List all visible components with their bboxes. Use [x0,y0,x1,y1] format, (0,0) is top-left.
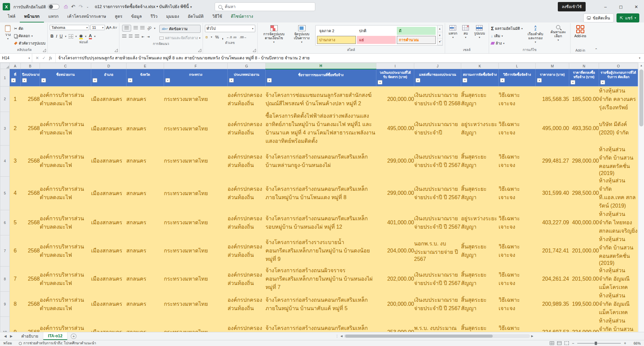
alignment-dialog-launcher-icon[interactable] [198,49,201,52]
cell-I8[interactable]: 202,000.00 [376,266,414,291]
gallery-down-icon[interactable]: ▼ [437,32,442,39]
cell-L3[interactable]: วิธีเฉพาะเจาะจง [499,112,536,145]
cell-H2[interactable]: จ้างโครงการซ่อมแซมถนนลูกรังสายสำนักสงฆ์ป… [266,86,376,112]
format-cells-button[interactable]: รูปแบบ▾ [472,24,486,40]
cell-E2[interactable]: สกลนคร [126,86,164,112]
addins-button[interactable]: Add-ins [573,24,588,39]
sheet-tab-0[interactable]: คำอธิบาย [16,332,43,340]
table-header-J[interactable]: แหล่งที่มาของงบประมาณ▾ [414,69,461,86]
filter-button-E[interactable]: ▾ [128,78,132,82]
cell-F5[interactable]: กระทรวงมหาดไทย [164,176,228,210]
cell-N8[interactable]: 201,500.00 [569,266,599,291]
table-header-L[interactable]: วิธีการจัดซื้อจัดจ้าง▾ [499,69,536,86]
cell-D8[interactable]: เมืองสกลนคร [91,266,126,291]
column-letter-A[interactable]: A [10,63,21,69]
table-header-A[interactable]: ที่▾ [10,69,21,86]
filter-button-B[interactable]: ▾ [22,78,27,82]
cell-I2[interactable]: 200,000.00 [376,86,414,112]
table-header-F[interactable]: กระทรวง▾ [164,69,228,86]
cell-G9[interactable]: องค์กรปกครองส่วนท้องถิ่น [228,291,266,316]
bold-button[interactable]: B [50,34,53,39]
row-number-8[interactable]: 8 [0,266,10,291]
filter-button-L[interactable]: ▾ [500,78,505,82]
cell-E9[interactable]: สกลนคร [126,291,164,316]
sheet-tab-1[interactable]: ITA-o12 [43,332,67,340]
cell-J3[interactable]: เงินงบประมาณรายจ่ายประจำปี [414,112,461,145]
minimize-button[interactable]: – [598,0,613,13]
zoom-out-icon[interactable]: − [572,341,574,346]
cell-J7[interactable]: นอกพ.ร.บ. งบประมาณรายจ่าย ปี 2567 [414,235,461,266]
align-top-icon[interactable] [122,25,131,32]
cell-E5[interactable]: สกลนคร [126,176,164,210]
cell-D10[interactable]: เมืองสกลนคร [91,316,126,332]
accounting-format-icon[interactable]: ¤ [206,35,208,40]
enter-icon[interactable]: ✓ [42,56,46,60]
cell-B9[interactable]: 2568 [21,291,40,316]
cell-L10[interactable]: วิธีเฉพาะเจาะจง [499,316,536,332]
row-number-2[interactable]: 2 [0,86,10,112]
decrease-indent-icon[interactable]: ⇤ [142,35,144,39]
cell-style-3[interactable]: ปานกลาง [317,36,356,44]
font-name-combo[interactable]: Tahoma▾ [50,25,89,30]
cell-G7[interactable]: องค์กรปกครองส่วนท้องถิ่น [228,235,266,266]
cell-L6[interactable]: วิธีเฉพาะเจาะจง [499,210,536,235]
clipboard-dialog-launcher-icon[interactable] [43,49,46,52]
cell-H5[interactable]: จ้างโครงการก่อสร้างถนนคอนกรีตเสริมเหล็กภ… [266,176,376,210]
table-header-O[interactable]: รายชื่อผู้ประกอบการที่ได้รับการ คัดเลือก… [599,69,638,86]
cell-A3[interactable]: 2 [10,112,21,145]
zoom-in-icon[interactable]: + [624,341,626,346]
cell-B5[interactable]: 2568 [21,176,40,210]
clear-button[interactable]: ล้าง▾ [491,40,523,46]
cell-K9[interactable]: สิ้นสุดระยะสัญญา [461,291,499,316]
cell-B10[interactable]: 2568 [21,316,40,332]
collapse-ribbon-icon[interactable]: ⌃ [591,48,601,53]
filter-button-F[interactable]: ▾ [165,78,170,82]
cell-O3[interactable]: บริษัท มีดังค์ (2020) จำกัด [599,112,638,145]
format-painter-button[interactable]: ตัวคัดวางรูปแบบ [14,40,46,46]
cell-O9[interactable]: ห้างหุ้นส่วนจำกัด อัญมณี แม็คโครเทค [599,291,638,316]
insert-function-icon[interactable]: fx [49,56,52,61]
column-letter-I[interactable]: I [376,63,414,69]
scroll-left-icon[interactable]: ◀ [340,335,342,338]
cell-J6[interactable]: เงินงบประมาณรายจ่ายประจำปี ปี 2567 [414,210,461,235]
cell-L8[interactable]: วิธีเฉพาะเจาะจง [499,266,536,291]
cell-F7[interactable]: กระทรวงมหาดไทย [164,235,228,266]
cell-A4[interactable]: 3 [10,145,21,176]
new-sheet-button[interactable]: + [71,334,76,339]
cell-M5[interactable]: 301,599.40 [536,176,569,210]
filter-button-A[interactable]: ▾ [11,78,16,82]
cell-M8[interactable]: 204,261.24 [536,266,569,291]
vertical-scrollbar[interactable]: ▲ [638,63,644,332]
cell-M3[interactable]: 495,000.00 [536,112,569,145]
percent-style-icon[interactable]: % [215,35,219,40]
autosum-button[interactable]: Σผลรวมอัตโนมัติ▾ [491,25,523,32]
cancel-icon[interactable]: ✕ [36,56,39,60]
italic-button[interactable]: I [56,34,57,39]
cell-B4[interactable]: 2568 [21,145,40,176]
cell-C5[interactable]: องค์การบริหารส่วนตำบลดงมะไฟ [40,176,91,210]
decrease-decimal-icon[interactable]: .00→ [239,36,247,39]
cell-K3[interactable]: อยู่ระหว่างระยะสัญญา [461,112,499,145]
cell-O4[interactable]: ห้างหุ้นส่วนจำกัด บ้านสวน คอนสตรัคชั่น (… [599,145,638,176]
align-right-icon[interactable] [135,34,139,39]
column-letter-K[interactable]: K [461,63,499,69]
filter-button-M[interactable]: ▾ [537,78,542,82]
cell-I10[interactable]: 253,000.00 [376,316,414,332]
align-bottom-icon[interactable] [140,26,145,31]
cell-G3[interactable]: องค์กรปกครองส่วนท้องถิ่น [228,112,266,145]
cell-H4[interactable]: จ้างโครงการก่อสร้างถนนคอนกรีตเสริมเหล็กบ… [266,145,376,176]
row-number-6[interactable]: 6 [0,210,10,235]
column-letter-D[interactable]: D [91,63,126,69]
cell-M6[interactable]: 403,227.09 [536,210,569,235]
row-number-10[interactable]: 10 [0,316,10,332]
align-left-icon[interactable] [122,34,126,39]
cell-J4[interactable]: เงินงบประมาณรายจ่ายประจำปี ปี 2567 [414,145,461,176]
borders-icon[interactable] [69,34,73,39]
cell-C4[interactable]: องค์การบริหารส่วนตำบลดงมะไฟ [40,145,91,176]
cell-A9[interactable]: 8 [10,291,21,316]
cell-L5[interactable]: วิธีเฉพาะเจาะจง [499,176,536,210]
cell-style-1[interactable]: ปกติ [357,27,396,35]
cell-I7[interactable]: 204,000.00 [376,235,414,266]
expand-formula-bar-icon[interactable]: ▾ [635,54,644,62]
cell-D3[interactable]: เมืองสกลนคร [91,112,126,145]
